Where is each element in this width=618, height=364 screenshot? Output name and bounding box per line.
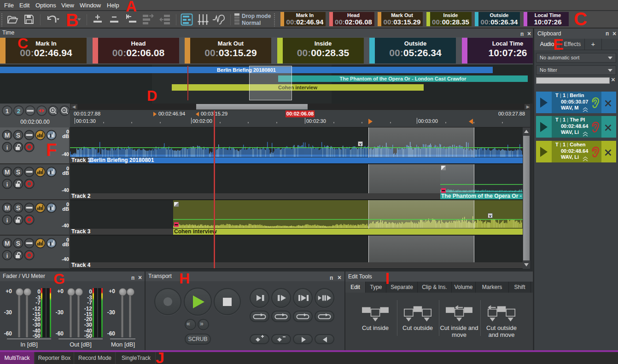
svg-text:M: M xyxy=(5,168,10,176)
svg-text:i: i xyxy=(6,252,8,259)
svg-text:1: 1 xyxy=(6,108,9,115)
svg-text:M: M xyxy=(5,240,10,247)
svg-text:S: S xyxy=(16,240,20,247)
svg-text:2: 2 xyxy=(17,108,21,115)
svg-text:M: M xyxy=(5,132,10,139)
svg-text:i: i xyxy=(6,144,8,151)
svg-text:S: S xyxy=(16,168,20,176)
svg-text:i: i xyxy=(6,181,8,188)
svg-text:S: S xyxy=(16,132,20,139)
svg-text:M: M xyxy=(5,204,10,212)
svg-text:S: S xyxy=(16,204,20,212)
svg-text:i: i xyxy=(6,217,8,224)
